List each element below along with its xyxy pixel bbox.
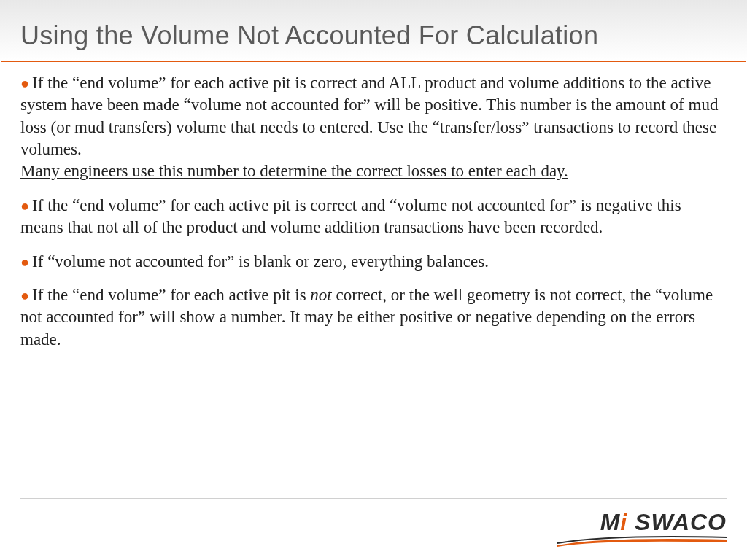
bullet-icon: ● [20, 252, 29, 271]
bullet-underlined-text: Many engineers use this number to determ… [20, 160, 727, 182]
bullet-item: ●If “volume not accounted for” is blank … [20, 251, 727, 273]
bullet-text: If the “end volume” for each active pit … [20, 196, 681, 236]
footer-rule [20, 498, 727, 499]
logo-letter-i: i [620, 509, 627, 535]
bullet-text-pre: If the “end volume” for each active pit … [32, 286, 310, 304]
bullet-item: ●If the “end volume” for each active pit… [20, 72, 727, 183]
logo-rest: SWACO [627, 509, 727, 535]
slide-title: Using the Volume Not Accounted For Calcu… [20, 20, 727, 51]
bullet-icon: ● [20, 74, 29, 93]
bullet-text: If “volume not accounted for” is blank o… [32, 252, 489, 271]
slide-body: ●If the “end volume” for each active pit… [0, 62, 747, 351]
bullet-icon: ● [20, 286, 29, 305]
slide-header: Using the Volume Not Accounted For Calcu… [0, 0, 747, 61]
brand-logo: Mi SWACO [557, 510, 727, 547]
bullet-item: ●If the “end volume” for each active pit… [20, 284, 727, 351]
bullet-text-italic: not [310, 286, 331, 304]
brand-wordmark: Mi SWACO [600, 509, 727, 536]
bullet-item: ●If the “end volume” for each active pit… [20, 195, 727, 239]
bullet-text: If the “end volume” for each active pit … [20, 74, 718, 158]
logo-letter-m: M [600, 509, 621, 535]
bullet-icon: ● [20, 196, 29, 215]
